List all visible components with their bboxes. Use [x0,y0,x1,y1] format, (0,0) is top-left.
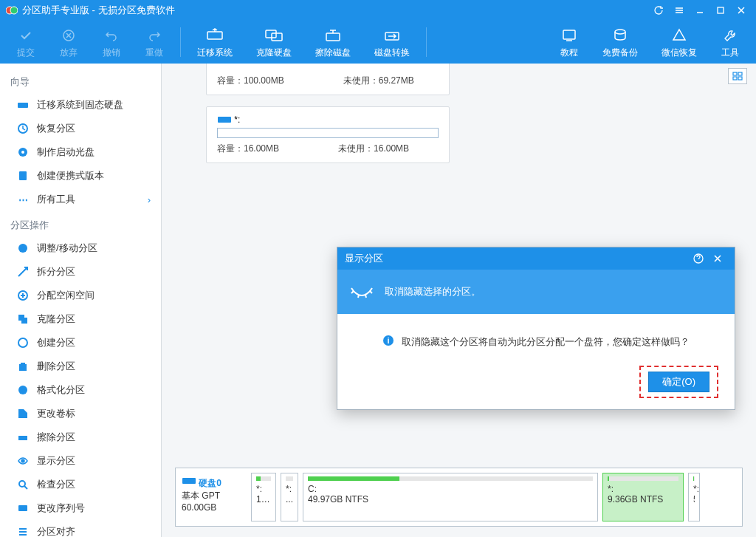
wipe-disk-button[interactable]: 擦除磁盘 [303,21,362,64]
eye-icon [349,282,374,302]
tutorial-button[interactable]: 教程 [548,21,591,64]
sidebar-item-label: 更改卷标 [37,407,75,420]
sidebar-item-create[interactable]: 创建分区 [0,331,161,355]
main-toolbar: 提交 放弃 撤销 重做 迁移系统 克隆硬盘 擦除磁盘 磁盘转换 教程 免费备份 … [0,21,756,64]
dialog-title: 显示分区 [345,252,383,265]
svg-rect-11 [18,103,28,108]
sidebar-item-label: 分配空闲空间 [37,289,94,302]
app-title: 分区助手专业版 - 无损分区免费软件 [22,4,175,17]
sidebar-item-label: 拆分分区 [37,265,75,278]
show-partition-dialog: 显示分区 取消隐藏选择的分区。 i 取消隐藏这个分区将自动为此分区分配一个盘符，… [337,247,735,410]
svg-rect-25 [18,505,27,511]
clone-disk-button[interactable]: 克隆硬盘 [244,21,303,64]
ops-heading: 分区操作 [0,211,161,236]
ok-highlight: 确定(O) [639,366,718,398]
svg-rect-5 [266,30,276,38]
sidebar-item-wipe[interactable]: 擦除分区 [0,425,161,449]
wizard-heading: 向导 [0,68,161,93]
diskmap-partition[interactable]: *:... [281,473,298,521]
svg-rect-6 [272,33,282,41]
view-toggle-button[interactable] [728,68,747,84]
sidebar-item-format[interactable]: 格式化分区 [0,378,161,402]
disk-size: 60.00GB [182,502,216,513]
sidebar-item-split[interactable]: 拆分分区 [0,260,161,284]
dialog-message: 取消隐藏这个分区将自动为此分区分配一个盘符，您确定这样做吗？ [402,335,690,349]
sidebar-item-alloc-free[interactable]: 分配空闲空间 [0,284,161,307]
content-area: 容量：100.00MB未使用：69.27MB *: 容量：16.00MB未使用：… [162,64,756,537]
svg-point-23 [21,459,24,462]
sidebar-item-resize[interactable]: 调整/移动分区 [0,236,161,260]
convert-disk-button[interactable]: 磁盘转换 [362,21,422,64]
sidebar-item-label: 制作启动光盘 [37,146,94,159]
svg-text:i: i [387,336,389,345]
svg-point-21 [18,386,27,394]
disk-icon [182,478,196,488]
sidebar-item-serial[interactable]: 更改序列号 [0,496,161,520]
diskmap-partition[interactable]: C:49.97GB NTFS [303,473,598,521]
svg-point-10 [615,30,625,34]
title-bar: 分区助手专业版 - 无损分区免费软件 [0,0,756,21]
dialog-close-icon[interactable] [708,249,727,268]
maximize-icon[interactable] [712,1,729,19]
svg-rect-9 [563,30,575,39]
minimize-icon[interactable] [691,1,709,19]
disk-info[interactable]: 硬盘0 基本 GPT 60.00GB [180,473,247,521]
diskmap-partition[interactable]: *:9.36GB NTFS [602,473,684,521]
sidebar-item-all-tools[interactable]: ⋯所有工具› [0,188,161,211]
sidebar-item-migrate-ssd[interactable]: 迁移系统到固态硬盘 [0,93,161,117]
diskmap-partition[interactable]: *:5... [688,473,700,521]
sidebar-item-label: 创建分区 [37,336,75,349]
sidebar-item-label[interactable]: 更改卷标 [0,402,161,425]
svg-point-20 [18,338,27,347]
sidebar-item-delete[interactable]: 删除分区 [0,355,161,378]
free-backup-button[interactable]: 免费备份 [591,21,650,64]
sidebar-item-align[interactable]: 分区对齐 [0,520,161,537]
sidebar-item-check[interactable]: 检查分区 [0,473,161,496]
sidebar-item-label: 擦除分区 [37,431,75,444]
sidebar-item-label: 格式化分区 [37,383,85,397]
refresh-icon[interactable] [650,1,667,19]
sidebar-item-label: 分区对齐 [37,525,75,537]
commit-button: 提交 [4,21,47,64]
app-logo-icon [6,4,18,16]
sidebar-item-show[interactable]: 显示分区 [0,449,161,473]
svg-rect-4 [207,32,222,39]
sidebar-item-label: 所有工具 [37,193,75,206]
sidebar-item-bootcd[interactable]: 制作启动光盘 [0,140,161,164]
partition-tile[interactable]: 容量：100.00MB未使用：69.27MB [206,64,450,95]
dialog-banner: 取消隐藏选择的分区。 [337,270,735,314]
svg-rect-19 [21,318,27,324]
svg-point-1 [10,7,18,14]
partition-tile[interactable]: *: 容量：16.00MB未使用：16.00MB [206,106,450,163]
sidebar-item-label: 迁移系统到固态硬盘 [37,98,123,112]
svg-rect-2 [718,7,724,13]
redo-button: 重做 [133,21,176,64]
svg-rect-7 [326,33,340,41]
svg-point-16 [18,244,27,253]
svg-rect-22 [18,436,27,440]
sidebar-item-label: 删除分区 [37,360,75,373]
drive-letter: *: [234,114,240,125]
sidebar-item-clone[interactable]: 克隆分区 [0,307,161,331]
svg-rect-15 [19,171,27,180]
svg-rect-28 [733,77,737,80]
svg-rect-30 [218,117,231,123]
sidebar-item-label: 更改序列号 [37,502,85,515]
ok-button[interactable]: 确定(O) [648,372,709,392]
sidebar-item-portable[interactable]: 创建便携式版本 [0,164,161,188]
discard-button: 放弃 [47,21,90,64]
wechat-recover-button[interactable]: 微信恢复 [650,21,709,64]
sidebar-item-label: 克隆分区 [37,312,75,326]
svg-rect-29 [738,77,742,80]
sidebar-item-label: 调整/移动分区 [37,242,97,255]
menu-icon[interactable] [670,1,688,19]
close-icon[interactable] [732,1,750,19]
dialog-titlebar: 显示分区 [337,247,735,270]
sidebar: 向导 迁移系统到固态硬盘 恢复分区 制作启动光盘 创建便携式版本 ⋯所有工具› … [0,64,162,537]
sidebar-item-label: 创建便携式版本 [37,169,104,182]
tools-button[interactable]: 工具 [709,21,752,64]
sidebar-item-recover[interactable]: 恢复分区 [0,117,161,140]
migrate-os-button[interactable]: 迁移系统 [185,21,244,64]
help-icon[interactable] [689,249,708,268]
diskmap-partition[interactable]: *:10... [251,473,276,521]
